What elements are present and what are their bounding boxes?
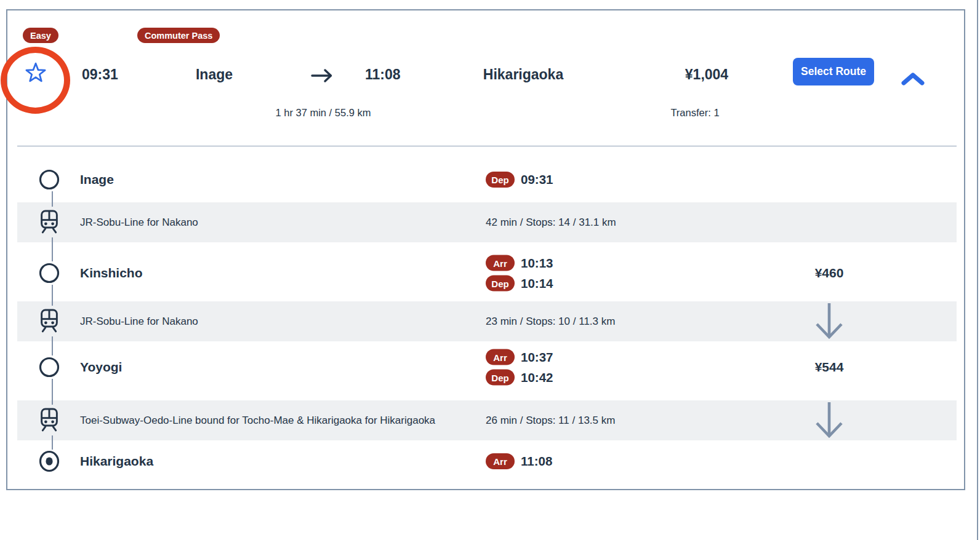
station-name: Hikarigaoka xyxy=(80,453,153,469)
commuter-pass-tag: Commuter Pass xyxy=(137,28,220,43)
train-icon xyxy=(36,207,63,237)
chevron-up-icon xyxy=(900,79,926,89)
dep-time: 10:14 xyxy=(521,276,553,292)
timeline-leg-row: JR-Sobu-Line for Nakano 23 min / Stops: … xyxy=(17,301,957,341)
container-right-border xyxy=(977,0,978,540)
select-route-button[interactable]: Select Route xyxy=(793,58,874,85)
timeline-leg-row: Toei-Subway-Oedo-Line bound for Tocho-Ma… xyxy=(17,400,957,440)
easy-tag: Easy xyxy=(23,28,58,43)
dep-badge: Dep xyxy=(486,276,515,292)
station-name: Kinshicho xyxy=(80,265,143,281)
leg-line-name: JR-Sobu-Line for Nakano xyxy=(80,315,198,328)
summary-duration-distance: 1 hr 37 min / 55.9 km xyxy=(231,106,416,119)
timeline-leg-row: JR-Sobu-Line for Nakano 42 min / Stops: … xyxy=(17,202,957,242)
arr-time: 10:37 xyxy=(521,349,553,365)
arr-time: 11:08 xyxy=(521,453,552,469)
dep-badge: Dep xyxy=(486,370,515,386)
station-name: Yoyogi xyxy=(80,359,122,375)
leg-details: 23 min / Stops: 10 / 11.3 km xyxy=(486,315,615,328)
leg-details: 42 min / Stops: 14 / 31.1 km xyxy=(486,216,616,229)
arrow-right-icon xyxy=(310,68,334,86)
arr-badge: Arr xyxy=(486,255,515,271)
timeline-station-row: Yoyogi Arr 10:37 Dep 10:42 ¥544 xyxy=(17,341,957,393)
collapse-route-button[interactable] xyxy=(899,69,927,89)
station-circle-icon xyxy=(38,261,61,285)
route-result-card: Easy Commuter Pass 09:31 Inage 11:08 Hik… xyxy=(6,9,965,490)
station-times: Dep 09:31 xyxy=(486,172,553,188)
station-times: Arr 10:37 Dep 10:42 xyxy=(486,349,553,386)
station-times: Arr 10:13 Dep 10:14 xyxy=(486,255,553,292)
segment-fare: ¥460 xyxy=(780,266,878,280)
station-times: Arr 11:08 xyxy=(486,453,552,469)
segment-fare: ¥544 xyxy=(780,360,878,375)
dep-time: 10:42 xyxy=(521,370,553,386)
station-circle-icon xyxy=(38,168,61,191)
summary-total-fare: ¥1,004 xyxy=(657,66,756,83)
leg-details: 26 min / Stops: 11 / 13.5 km xyxy=(486,414,615,427)
leg-line-name: Toei-Subway-Oedo-Line bound for Tocho-Ma… xyxy=(80,414,435,427)
arr-badge: Arr xyxy=(486,453,515,469)
header-divider xyxy=(17,146,957,146)
summary-arrive-time: 11:08 xyxy=(365,66,401,83)
station-circle-icon xyxy=(38,355,61,379)
arrow-down-icon xyxy=(780,401,878,442)
timeline-station-row: Hikarigaoka Arr 11:08 xyxy=(17,440,957,482)
timeline-station-row: Kinshicho Arr 10:13 Dep 10:14 ¥460 xyxy=(17,242,957,304)
dep-time: 09:31 xyxy=(521,172,553,188)
summary-depart-time: 09:31 xyxy=(82,66,118,83)
train-icon xyxy=(36,405,63,435)
leg-line-name: JR-Sobu-Line for Nakano xyxy=(80,216,198,229)
summary-destination-station: Hikarigaoka xyxy=(462,66,585,83)
arr-badge: Arr xyxy=(486,349,515,365)
favorite-star-button[interactable] xyxy=(24,62,47,85)
station-name: Inage xyxy=(80,172,114,188)
arr-time: 10:13 xyxy=(521,255,553,271)
destination-bullseye-icon xyxy=(38,450,61,473)
arrow-down-icon xyxy=(780,302,878,343)
summary-transfer-count: Transfer: 1 xyxy=(646,106,744,119)
timeline-station-row: Inage Dep 09:31 xyxy=(17,152,957,207)
summary-origin-station: Inage xyxy=(153,66,276,83)
dep-badge: Dep xyxy=(486,172,515,188)
train-icon xyxy=(36,306,63,336)
star-icon xyxy=(25,77,47,86)
